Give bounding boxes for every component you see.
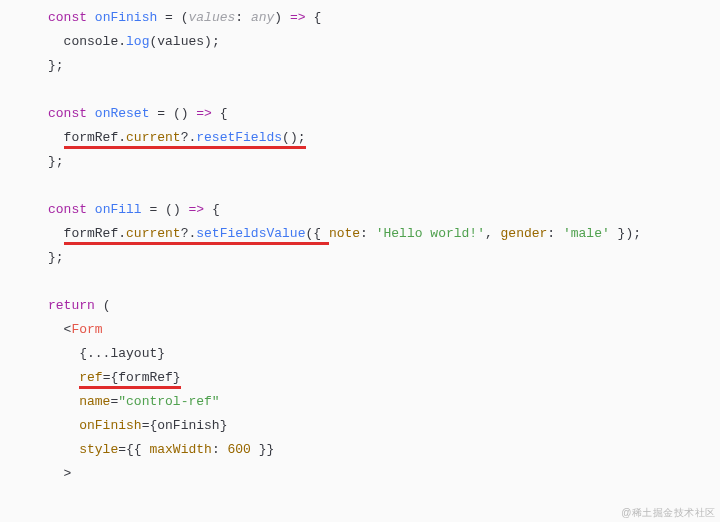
line-7: };	[48, 154, 64, 169]
prop-gender: gender	[501, 226, 548, 241]
line-11: };	[48, 250, 64, 265]
ident-console: console	[64, 34, 119, 49]
underline-ref: ref={formRef}	[79, 370, 180, 389]
line-15: {...layout}	[48, 346, 165, 361]
line-19: style={{ maxWidth: 600 }}	[48, 442, 274, 457]
line-5: const onReset = () => {	[48, 106, 228, 121]
attr-name: name	[79, 394, 110, 409]
line-10: formRef.current?.setFieldsValue({ note: …	[48, 226, 641, 245]
method-resetfields: resetFields	[196, 130, 282, 145]
jsx-tag-form: Form	[71, 322, 102, 337]
line-1: const onFinish = (values: any) => {	[48, 10, 321, 25]
fn-name: onFill	[95, 202, 142, 217]
prop-maxwidth: maxWidth	[149, 442, 211, 457]
line-17: name="control-ref"	[48, 394, 220, 409]
fn-name: onFinish	[95, 10, 157, 25]
type-any: any	[251, 10, 274, 25]
code-block: const onFinish = (values: any) => { cons…	[0, 0, 720, 486]
string-control-ref: "control-ref"	[118, 394, 219, 409]
line-3: };	[48, 58, 64, 73]
line-18: onFinish={onFinish}	[48, 418, 228, 433]
watermark: @稀土掘金技术社区	[621, 506, 716, 520]
prop-note: note	[329, 226, 360, 241]
line-16: ref={formRef}	[48, 370, 181, 389]
string-male: 'male'	[563, 226, 610, 241]
line-20: >	[48, 466, 71, 481]
param: values	[189, 10, 236, 25]
jsx-spread: {...layout}	[79, 346, 165, 361]
underline-setfieldsvalue: formRef.current?.setFieldsValue({	[64, 226, 329, 245]
line-14: <Form	[48, 322, 103, 337]
attr-style: style	[79, 442, 118, 457]
attr-onfinish: onFinish	[79, 418, 141, 433]
line-6: formRef.current?.resetFields();	[48, 130, 306, 149]
method-setfieldsvalue: setFieldsValue	[196, 226, 305, 241]
string-hello: 'Hello world!'	[376, 226, 485, 241]
fn-name: onReset	[95, 106, 150, 121]
line-2: console.log(values);	[48, 34, 220, 49]
underline-resetfields: formRef.current?.resetFields();	[64, 130, 306, 149]
attr-ref: ref	[79, 370, 102, 385]
number-600: 600	[228, 442, 251, 457]
keyword-return: return	[48, 298, 95, 313]
keyword-const: const	[48, 10, 87, 25]
line-13: return (	[48, 298, 110, 313]
line-9: const onFill = () => {	[48, 202, 220, 217]
method-log: log	[126, 34, 149, 49]
